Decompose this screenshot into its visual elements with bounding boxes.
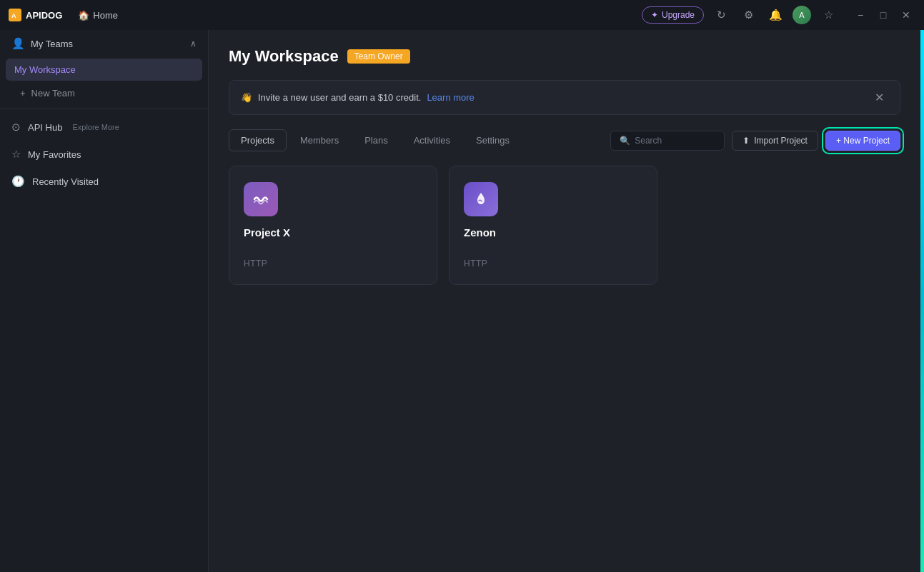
minimize-button[interactable]: − [851, 6, 870, 24]
search-icon: 🔍 [620, 136, 630, 146]
project-card-project-x[interactable]: Project X HTTP [229, 166, 437, 285]
app-logo: A APIDOG [9, 9, 62, 21]
settings-button[interactable]: ⚙ [738, 5, 758, 25]
page-header: My Workspace Team Owner [229, 47, 900, 66]
banner-content: 👋 Invite a new user and earn a $10 credi… [241, 92, 475, 103]
favorites-icon: ☆ [11, 148, 21, 161]
tabs-bar: Projects Members Plans Activities Settin… [229, 129, 900, 151]
tab-plans[interactable]: Plans [352, 129, 400, 151]
sidebar: 👤 My Teams ∧ My Workspace + New Team ⊙ A… [0, 30, 209, 572]
banner-close-button[interactable]: ✕ [870, 89, 888, 106]
chevron-up-icon: ∧ [190, 39, 197, 49]
tab-members[interactable]: Members [288, 129, 351, 151]
window-controls: − □ ✕ [851, 6, 915, 24]
sidebar-item-my-workspace[interactable]: My Workspace [6, 59, 202, 81]
import-project-button[interactable]: ⬆ Import Project [732, 131, 818, 151]
sidebar-my-teams-header[interactable]: 👤 My Teams ∧ [0, 30, 208, 57]
tab-settings[interactable]: Settings [464, 129, 522, 151]
zenon-name: Zenon [464, 226, 642, 239]
home-nav-item[interactable]: 🏠 Home [71, 7, 125, 24]
search-box: 🔍 [610, 131, 725, 151]
sidebar-item-my-favorites[interactable]: ☆ My Favorites [0, 141, 208, 168]
main-layout: 👤 My Teams ∧ My Workspace + New Team ⊙ A… [0, 30, 924, 572]
home-icon: 🏠 [78, 10, 89, 21]
gear-icon: ⚙ [744, 9, 753, 21]
sidebar-new-team-button[interactable]: + New Team [0, 82, 208, 104]
my-teams-label-group: 👤 My Teams [11, 37, 73, 50]
zenon-icon [464, 182, 498, 216]
api-hub-icon: ⊙ [11, 121, 21, 134]
project-x-name: Project X [244, 226, 422, 239]
new-project-button[interactable]: + New Project [825, 131, 900, 151]
notifications-button[interactable]: 🔔 [765, 5, 785, 25]
team-owner-badge: Team Owner [347, 49, 410, 64]
tabs-list: Projects Members Plans Activities Settin… [229, 129, 522, 151]
project-x-icon [244, 182, 278, 216]
zenon-type: HTTP [464, 259, 642, 269]
tab-projects[interactable]: Projects [229, 129, 287, 151]
plus-icon: + [20, 88, 26, 99]
logo-icon: A [9, 9, 21, 21]
sidebar-divider-1 [0, 109, 208, 109]
close-button[interactable]: ✕ [897, 6, 915, 24]
sidebar-item-api-hub[interactable]: ⊙ API Hub Explore More [0, 114, 208, 141]
project-x-type: HTTP [244, 259, 422, 269]
upgrade-icon: ✦ [651, 10, 658, 20]
titlebar-right: ✦ Upgrade ↻ ⚙ 🔔 A ☆ − □ ✕ [642, 5, 915, 25]
import-icon: ⬆ [742, 136, 750, 146]
maximize-button[interactable]: □ [874, 6, 893, 24]
project-card-zenon[interactable]: Zenon HTTP [449, 166, 657, 285]
bell-icon: 🔔 [769, 9, 783, 21]
refresh-button[interactable]: ↻ [711, 5, 731, 25]
pin-icon: ☆ [824, 9, 833, 21]
banner-text: Invite a new user and earn a $10 credit. [258, 92, 421, 103]
content-area: My Workspace Team Owner 👋 Invite a new u… [209, 30, 920, 572]
refresh-icon: ↻ [717, 9, 726, 21]
learn-more-link[interactable]: Learn more [427, 92, 474, 103]
page-title: My Workspace [229, 47, 339, 66]
clock-icon: 🕐 [11, 175, 25, 188]
invite-banner: 👋 Invite a new user and earn a $10 credi… [229, 80, 900, 115]
accent-bar [920, 30, 924, 572]
projects-grid: Project X HTTP Zenon HTTP [229, 166, 900, 285]
titlebar-left: A APIDOG 🏠 Home [9, 7, 125, 24]
avatar[interactable]: A [793, 6, 811, 24]
tabs-actions: 🔍 ⬆ Import Project + New Project [610, 131, 900, 151]
team-icon: 👤 [11, 37, 25, 50]
sidebar-item-recently-visited[interactable]: 🕐 Recently Visited [0, 168, 208, 195]
search-input[interactable] [635, 136, 715, 146]
pin-icon-button[interactable]: ☆ [818, 5, 838, 25]
tab-activities[interactable]: Activities [402, 129, 462, 151]
upgrade-button[interactable]: ✦ Upgrade [642, 6, 704, 24]
banner-emoji: 👋 [241, 92, 252, 103]
svg-text:A: A [11, 12, 16, 19]
titlebar: A APIDOG 🏠 Home ✦ Upgrade ↻ ⚙ 🔔 A ☆ [0, 0, 924, 30]
